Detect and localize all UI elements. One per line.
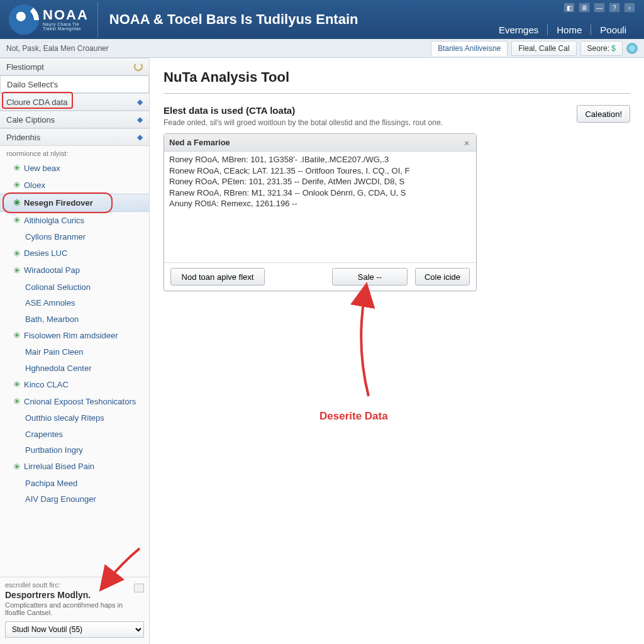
sidebar-item[interactable]: Crapentes <box>0 426 149 443</box>
sidebar-item[interactable]: AIV Darg Enounger <box>0 491 149 508</box>
sidebar-section-cale[interactable]: Cale Ciptions ◆ <box>0 111 149 128</box>
sidebar-section-flestiompt[interactable]: Flestiompt <box>0 58 149 75</box>
sidebar-item-label: Cnional Expoost Teshonicators <box>24 396 136 408</box>
brand-sub1: Nayry Chara Tie <box>43 22 89 26</box>
header-banner: NOAA Nayry Chara Tie Tiaesi Maregidas NO… <box>0 0 644 39</box>
divider <box>164 93 630 94</box>
top-nav: Evernges Home Poouli <box>490 25 635 35</box>
sidebar-item[interactable]: ✳Cnional Expoost Teshonicators <box>0 393 149 410</box>
data-row: Ronew ROoA, CEack; LAT. 121.35 -- Oritfo… <box>169 165 471 177</box>
dialog-body: Roney ROoA, MBren: 101, 1G358'- .IBatile… <box>164 152 476 262</box>
sidebar-item[interactable]: Purtbation Ingry <box>0 442 149 458</box>
sidebar-item[interactable]: ASE Amnoles <box>0 295 149 311</box>
tool-icon-1[interactable]: ◧ <box>564 3 575 13</box>
sidebar-item[interactable]: Outthio slecaly Riteps <box>0 410 149 426</box>
sidebar-item[interactable]: Hghnedola Center <box>0 360 149 377</box>
tab-seore[interactable]: Seore: $ <box>580 41 623 56</box>
sidebar-item[interactable]: ✳Wiradootal Pap <box>0 262 149 279</box>
data-row: Ranew ROoA, RBren: M1, 321.34 -- Onlook … <box>169 187 471 199</box>
check-icon: ✳ <box>14 264 20 277</box>
sidebar-item[interactable]: ✳Lirrelual Bised Pain <box>0 458 149 475</box>
cole-button[interactable]: Cole icide <box>415 268 470 286</box>
sidebar-item[interactable]: Colional Seluction <box>0 279 149 296</box>
nav-evernges[interactable]: Evernges <box>490 25 547 35</box>
sidebar-item-label: Purtbation Ingry <box>25 444 83 457</box>
sidebar-item-label: Hghnedola Center <box>25 362 92 375</box>
sidebar-item-label: Cyllons Branmer <box>25 231 86 243</box>
check-icon: ✳ <box>14 214 20 227</box>
check-icon: ✳ <box>14 378 20 391</box>
sidebar-item[interactable]: ✳Fisolowen Rim amdsideer <box>0 327 149 344</box>
chevron-icon: ◆ <box>137 115 143 124</box>
sidebar-section-cloure[interactable]: Cloure CDA data ◆ <box>0 93 149 111</box>
sidebar-item-label: Colional Seluction <box>25 281 91 294</box>
check-icon: ✳ <box>14 329 20 342</box>
logo[interactable]: NOAA Nayry Chara Tie Tiaesi Maregidas <box>0 2 98 37</box>
sidebar-item-label: Oloex <box>24 179 45 192</box>
sidebar-item-label: Pachipa Meed <box>25 477 77 490</box>
sidebar-item-label: Wiradootal Pap <box>24 264 80 277</box>
bottom-hint: escrollel soutt firc: <box>5 581 144 589</box>
tool-icon-4[interactable]: ? <box>609 3 620 13</box>
close-icon[interactable]: × <box>462 138 471 147</box>
sidebar-item-label: Lirrelual Bised Pain <box>24 460 94 473</box>
brand-name: NOAA <box>43 8 89 22</box>
logo-text: NOAA Nayry Chara Tie Tiaesi Maregidas <box>43 8 89 31</box>
sidebar-item-label: Altihiolgla Curics <box>24 214 84 227</box>
globe-icon[interactable] <box>626 43 638 54</box>
sidebar-item-label: AIV Darg Enounger <box>25 493 96 506</box>
nav-home[interactable]: Home <box>547 25 591 35</box>
sidebar-item[interactable]: ✳Oloex <box>0 177 149 194</box>
sidebar-item-label: Crapentes <box>25 428 63 441</box>
refresh-icon[interactable] <box>134 62 143 71</box>
annotation-label: Deserite Data <box>319 410 388 423</box>
sidebar: Flestiompt Dailo Sellect's Cloure CDA da… <box>0 58 150 644</box>
sidebar-item-label: Desies LUC <box>24 247 67 260</box>
sidebar-minor-label: roormionce at nlyist: <box>0 146 149 158</box>
sidebar-item-label: Mair Pain Cleen <box>25 346 84 358</box>
subheader: Elest data is used (CTA loata) Feade onl… <box>164 105 630 127</box>
sidebar-section-pridenhis[interactable]: Pridenhis ◆ <box>0 128 149 146</box>
chevron-icon: ◆ <box>137 97 143 106</box>
sidebar-item-label: Kinco CLAC <box>24 379 69 391</box>
sidebar-item-label: Nesegn Firedover <box>24 197 93 209</box>
data-row: Anuny ROtlA: Remexc, 1261.196 -- <box>169 198 471 209</box>
sidebar-item-label: Uew beax <box>24 162 60 175</box>
sidebar-item[interactable]: Cyllons Branmer <box>0 229 149 245</box>
dialog-actions: Nod toan apive flext Sale -- Cole icide <box>164 262 476 291</box>
tool-icon-5[interactable]: › <box>624 3 635 13</box>
breadcrumb: Not, Pask, Eala Men Croauner <box>6 44 109 53</box>
sale-button[interactable]: Sale -- <box>332 268 408 286</box>
sidebar-item-label: Fisolowen Rim amdsideer <box>24 330 118 342</box>
sidebar-section-dailo[interactable]: Dailo Sellect's <box>0 75 149 93</box>
sidebar-item[interactable]: Mair Pain Cleen <box>0 344 149 360</box>
sidebar-item[interactable]: Bath, Mearbon <box>0 311 149 328</box>
dialog-header: Ned a Femarioe × <box>164 134 476 152</box>
sidebar-item[interactable]: ✳Desies LUC <box>0 245 149 262</box>
sidebar-tree: ✳Uew beax✳Oloex✳Nesegn Firedover✳Altihio… <box>0 158 149 511</box>
bottom-title: Desportrers Modlyn. <box>5 590 144 600</box>
banner-title: NOAA & Tocel Bars Is Tudilyus Entain <box>98 11 358 28</box>
sidebar-item[interactable]: Pachipa Meed <box>0 475 149 492</box>
chevron-icon: ◆ <box>137 133 143 142</box>
page-title: NuTa Analysis Tool <box>164 69 630 86</box>
sidebar-item[interactable]: ✳Nesegn Firedover <box>0 194 149 212</box>
calculation-button[interactable]: Caleation! <box>577 105 630 123</box>
sidebar-item-label: Bath, Mearbon <box>25 313 79 326</box>
sidebar-item[interactable]: ✳Altihiolgla Curics <box>0 212 149 229</box>
sidebar-item[interactable]: ✳Kinco CLAC <box>0 376 149 393</box>
sidebar-bottom-panel: escrollel soutt firc: Desportrers Modlyn… <box>0 577 149 644</box>
nod-button[interactable]: Nod toan apive flext <box>170 268 265 286</box>
tool-icon-2[interactable]: ≣ <box>579 3 590 13</box>
tab-fleal[interactable]: Fleal, Calle Cal <box>511 41 576 56</box>
tool-icon-3[interactable]: — <box>594 3 605 13</box>
data-row: Roney ROoA, MBren: 101, 1G358'- .IBatile… <box>169 154 471 165</box>
study-select[interactable]: Studl Now Voutil (55) <box>5 621 144 638</box>
expand-icon[interactable] <box>134 584 144 592</box>
data-dialog: Ned a Femarioe × Roney ROoA, MBren: 101,… <box>164 133 477 291</box>
section-title: Elest data is used (CTA loata) <box>164 105 443 116</box>
nav-poouli[interactable]: Poouli <box>591 25 635 35</box>
sidebar-item[interactable]: ✳Uew beax <box>0 160 149 177</box>
context-tabs: Btanles Aniliveisne Fleal, Calle Cal Seo… <box>431 41 638 56</box>
tab-btanles[interactable]: Btanles Aniliveisne <box>431 41 508 56</box>
